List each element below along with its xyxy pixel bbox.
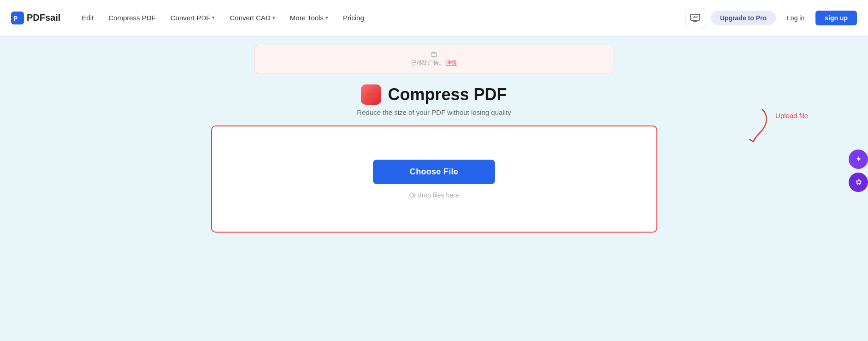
annotation-arrow-svg — [744, 107, 772, 144]
side-icon-person[interactable]: ✿ — [849, 173, 868, 192]
nav-right: Upgrade to Pro Log in sign up — [685, 8, 857, 28]
nav-convert-cad[interactable]: Convert CAD ▾ — [223, 10, 281, 25]
nav-edit[interactable]: Edit — [75, 10, 100, 25]
nav-links: Edit Compress PDF Convert PDF ▾ Convert … — [75, 10, 685, 25]
navbar: P PDFsail Edit Compress PDF Convert PDF … — [0, 0, 868, 36]
chevron-down-icon: ▾ — [325, 15, 328, 21]
nav-more-tools[interactable]: More Tools ▾ — [283, 10, 335, 25]
nav-edit-label: Edit — [82, 14, 94, 22]
nav-more-tools-label: More Tools — [290, 14, 324, 22]
ad-text: 已移除广告。 详情 — [411, 59, 457, 67]
person-icon: ✿ — [856, 178, 862, 186]
choose-file-button[interactable]: Choose File — [373, 160, 495, 184]
nav-convert-pdf-label: Convert PDF — [171, 14, 211, 22]
page-subtitle: Reduce the size of your PDF without losi… — [357, 108, 511, 116]
logo[interactable]: P PDFsail — [11, 12, 60, 24]
nav-pricing-label: Pricing — [343, 14, 364, 22]
svg-text:P: P — [13, 15, 18, 22]
logo-text: PDFsail — [27, 12, 60, 23]
side-icons: ✦ ✿ — [849, 150, 868, 192]
monitor-svg — [690, 14, 700, 22]
logo-icon: P — [11, 12, 24, 24]
chevron-down-icon: ▾ — [212, 15, 215, 21]
signup-button[interactable]: sign up — [815, 11, 857, 25]
nav-compress-pdf-label: Compress PDF — [108, 14, 156, 22]
upload-annotation: Upload file — [744, 107, 808, 144]
ad-link[interactable]: 详情 — [446, 60, 457, 66]
ad-message: 已移除广告。 — [411, 60, 444, 66]
chevron-down-icon: ▾ — [272, 15, 275, 21]
nav-pricing[interactable]: Pricing — [337, 10, 371, 25]
page-title: Compress PDF — [388, 85, 507, 104]
ad-icon: 🗔 — [431, 51, 437, 58]
title-row: PDF Compress PDF — [361, 84, 507, 105]
translate-icon: ✦ — [856, 155, 862, 163]
drop-zone[interactable]: Choose File Or drop files here — [211, 126, 657, 233]
main-content: 🗔 已移除广告。 详情 PDF Compress PDF Reduce the … — [0, 36, 868, 251]
login-button[interactable]: Log in — [781, 11, 810, 25]
annotation-text: Upload file — [775, 112, 808, 120]
svg-text:PDF: PDF — [367, 92, 377, 99]
title-area: PDF Compress PDF Reduce the size of your… — [357, 84, 511, 116]
drop-hint: Or drop files here — [409, 191, 459, 199]
side-icon-translate[interactable]: ✦ — [849, 150, 868, 169]
ad-banner: 🗔 已移除广告。 详情 — [254, 45, 614, 73]
nav-convert-pdf[interactable]: Convert PDF ▾ — [164, 10, 222, 25]
monitor-icon[interactable] — [685, 8, 705, 28]
upgrade-button[interactable]: Upgrade to Pro — [711, 11, 776, 25]
drop-zone-wrapper: Upload file Choose File Or drop files he… — [0, 126, 868, 233]
pdf-icon-svg: PDF — [365, 89, 377, 101]
compress-pdf-icon: PDF — [361, 84, 381, 105]
nav-convert-cad-label: Convert CAD — [230, 14, 270, 22]
nav-compress-pdf[interactable]: Compress PDF — [102, 10, 162, 25]
